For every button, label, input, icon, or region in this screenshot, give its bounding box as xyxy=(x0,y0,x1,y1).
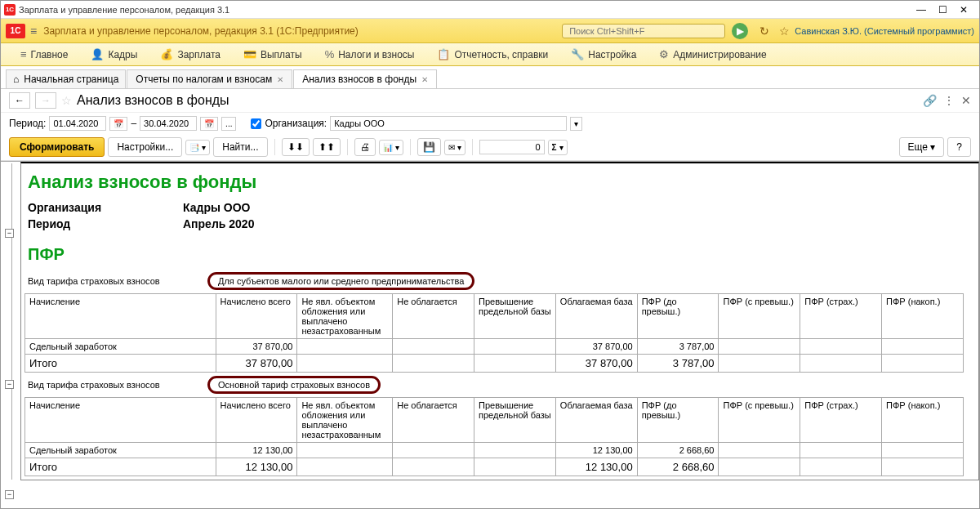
tariff-label: Вид тарифа страховых взносов xyxy=(28,276,207,286)
mail-button[interactable]: ✉ ▾ xyxy=(444,140,466,155)
user-link[interactable]: Савинская З.Ю. (Системный программист) xyxy=(795,26,974,36)
date-from-input[interactable] xyxy=(49,116,106,131)
tariff-value-1: Для субъектов малого или среднего предпр… xyxy=(207,272,474,290)
percent-icon: % xyxy=(325,48,335,60)
menu-icon[interactable]: ≡ xyxy=(30,25,37,38)
maximize-button[interactable]: ☐ xyxy=(937,4,948,16)
money-icon: 💰 xyxy=(160,48,173,60)
wrench-icon: 🔧 xyxy=(571,48,584,60)
search-input[interactable] xyxy=(562,24,725,38)
menu-otchet[interactable]: 📋Отчетность, справки xyxy=(425,45,559,64)
table-row-total[interactable]: Итого 12 130,00 12 130,00 2 668,60 xyxy=(25,458,964,476)
titlebar-text: Зарплата и управление персоналом, редакц… xyxy=(19,5,915,15)
close-icon[interactable]: ✕ xyxy=(277,75,283,84)
calendar-to-button[interactable]: 📅 xyxy=(200,117,218,131)
more-icon[interactable]: ⋮ xyxy=(943,94,955,107)
date-to-input[interactable] xyxy=(140,116,197,131)
chart-button[interactable]: 📊 ▾ xyxy=(379,140,403,155)
forward-button[interactable]: → xyxy=(35,92,56,109)
tab-reports[interactable]: Отчеты по налогам и взносам✕ xyxy=(127,69,292,88)
menu-nastroika[interactable]: 🔧Настройка xyxy=(559,45,648,64)
report-period-label: Период xyxy=(28,217,183,230)
print-button[interactable]: 🖨 xyxy=(354,138,376,156)
play-icon[interactable]: ▶ xyxy=(732,23,748,39)
report-period-value: Апрель 2020 xyxy=(183,217,254,230)
back-button[interactable]: ← xyxy=(9,92,30,109)
menu-admin[interactable]: ⚙Администрирование xyxy=(648,45,777,64)
period-select-button[interactable]: ... xyxy=(221,117,236,131)
menu-icon-main: ≡ xyxy=(20,48,27,60)
report-org-value: Кадры ООО xyxy=(183,201,250,214)
sum-input[interactable] xyxy=(479,140,545,154)
titlebar: 1C Зарплата и управление персоналом, ред… xyxy=(1,1,979,19)
report-title: Анализ взносов в фонды xyxy=(24,172,975,199)
collapse-icon[interactable]: − xyxy=(5,490,14,499)
menu-main[interactable]: ≡Главное xyxy=(9,45,79,64)
tariff-value-2: Основной тариф страховых взносов xyxy=(207,376,381,394)
menu-nalogi[interactable]: %Налоги и взносы xyxy=(314,45,426,64)
menu-vyplaty[interactable]: 💳Выплаты xyxy=(232,45,314,64)
period-label: Период: xyxy=(9,118,46,129)
org-label: Организация: xyxy=(265,118,327,129)
menu-zarplata[interactable]: 💰Зарплата xyxy=(149,45,232,64)
report-area[interactable]: − − − Анализ взносов в фонды Организация… xyxy=(1,161,979,507)
save-button[interactable]: 💾 xyxy=(417,138,441,156)
table-row[interactable]: Сдельный заработок 37 870,00 37 870,00 3… xyxy=(25,339,964,355)
expand-button[interactable]: ⬇⬇ xyxy=(282,138,310,156)
page-toolbar: ← → ☆ Анализ взносов в фонды 🔗 ⋮ ✕ xyxy=(1,89,979,113)
tariff-label: Вид тарифа страховых взносов xyxy=(28,380,207,390)
collapse-icon[interactable]: − xyxy=(5,229,14,238)
logo-icon: 1C xyxy=(6,24,25,38)
variants-button[interactable]: 📑 ▾ xyxy=(185,140,210,155)
page-title: Анализ взносов в фонды xyxy=(77,93,229,108)
calendar-from-button[interactable]: 📅 xyxy=(109,117,127,131)
header: 1C ≡ Зарплата и управление персоналом, р… xyxy=(1,19,979,43)
form-button[interactable]: Сформировать xyxy=(9,137,105,157)
close-button[interactable]: ✕ xyxy=(958,4,969,16)
history-icon[interactable]: ↻ xyxy=(760,25,769,38)
settings-button[interactable]: Настройки... xyxy=(108,137,182,157)
link-icon[interactable]: 🔗 xyxy=(923,94,937,107)
data-table-2: Начисление Начислено всего Не явл. объек… xyxy=(24,397,964,476)
minimize-button[interactable]: — xyxy=(915,4,927,16)
tabsbar: ⌂ Начальная страница Отчеты по налогам и… xyxy=(1,66,979,89)
section-title: ПФР xyxy=(24,232,975,269)
collapse-icon[interactable]: − xyxy=(5,380,14,389)
data-table-1: Начисление Начислено всего Не явл. объек… xyxy=(24,293,964,373)
menubar: ≡Главное 👤Кадры 💰Зарплата 💳Выплаты %Нало… xyxy=(1,43,979,66)
org-checkbox[interactable] xyxy=(251,118,261,129)
org-select[interactable] xyxy=(330,116,567,131)
table-row-total[interactable]: Итого 37 870,00 37 870,00 3 787,00 xyxy=(25,355,964,373)
org-dropdown-button[interactable]: ▾ xyxy=(570,117,582,131)
table-row[interactable]: Сдельный заработок 12 130,00 12 130,00 2… xyxy=(25,443,964,458)
sigma-button[interactable]: Σ ▾ xyxy=(548,140,568,155)
header-title: Зарплата и управление персоналом, редакц… xyxy=(43,25,562,37)
person-icon: 👤 xyxy=(91,48,104,60)
clipboard-icon: 📋 xyxy=(437,48,450,60)
more-button[interactable]: Еще ▾ xyxy=(899,137,945,157)
filter-row: Период: 📅 – 📅 ... Организация: ▾ xyxy=(1,113,979,134)
app-icon: 1C xyxy=(4,4,16,16)
tab-home[interactable]: ⌂ Начальная страница xyxy=(6,69,126,88)
tab-analysis[interactable]: Анализ взносов в фонды✕ xyxy=(293,69,437,88)
find-button[interactable]: Найти... xyxy=(213,137,267,157)
card-icon: 💳 xyxy=(243,48,256,60)
report-org-label: Организация xyxy=(28,201,183,214)
star-icon[interactable]: ☆ xyxy=(61,94,72,107)
help-button[interactable]: ? xyxy=(947,137,971,157)
menu-kadry[interactable]: 👤Кадры xyxy=(79,45,149,64)
action-row: Сформировать Настройки... 📑 ▾ Найти... ⬇… xyxy=(1,134,979,161)
close-page-icon[interactable]: ✕ xyxy=(961,94,971,107)
gear-icon: ⚙ xyxy=(659,48,669,60)
home-icon: ⌂ xyxy=(13,74,19,85)
favorite-icon[interactable]: ☆ xyxy=(779,25,790,38)
close-icon[interactable]: ✕ xyxy=(421,75,428,84)
collapse-button[interactable]: ⬆⬆ xyxy=(313,138,341,156)
